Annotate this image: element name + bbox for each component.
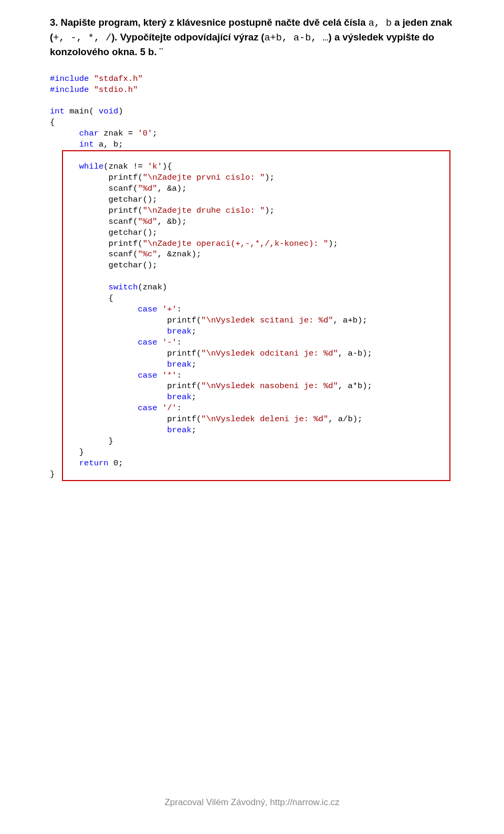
code-text: , a/b); — [328, 414, 362, 424]
code-char: '0' — [138, 129, 152, 138]
code-text: : — [177, 338, 182, 347]
code-text: , &a); — [158, 184, 187, 193]
code-keyword: break — [50, 360, 192, 369]
code-text: printf( — [50, 316, 201, 325]
code-text: printf( — [50, 239, 143, 248]
code-text: scanf( — [50, 249, 138, 259]
code-text: ); — [265, 173, 275, 182]
code-text: znak = — [99, 129, 138, 138]
code-text: printf( — [50, 206, 143, 215]
code-text: printf( — [50, 414, 201, 424]
code-keyword: case — [50, 338, 158, 347]
code-text: printf( — [50, 381, 201, 391]
code-text: ); — [328, 239, 338, 248]
code-text: ; — [192, 360, 196, 369]
task-ops: +, -, *, / — [53, 33, 111, 44]
code-keyword: break — [50, 392, 192, 402]
code-string: "%c" — [138, 249, 157, 259]
code-string: "\nZadejte druhe cislo: " — [143, 206, 265, 215]
code-text: getchar(); — [50, 228, 158, 237]
code-text: , a+b); — [333, 316, 368, 325]
code-text: ; — [192, 327, 196, 336]
page-footer: Zpracoval Vilém Závodný, http://narrow.i… — [0, 797, 504, 808]
code-keyword: #include — [50, 74, 89, 84]
code-keyword: case — [50, 305, 158, 314]
code-text: main( — [65, 107, 99, 116]
code-text: ); — [265, 206, 275, 215]
code-text: ; — [152, 129, 157, 138]
code-text: printf( — [50, 349, 201, 358]
code-string: "\nZadejte prvni cislo: " — [143, 173, 265, 182]
code-string: "\nZadejte operaci(+,-,*,/,k-konec): " — [143, 239, 328, 248]
code-text: , a*b); — [338, 381, 372, 391]
code-string: "\nVysledek deleni je: %d" — [201, 414, 328, 424]
code-keyword: #include — [50, 85, 89, 95]
task-text-3: ). Vypočítejte odpovídající výraz ( — [111, 32, 264, 43]
code-brace: } — [50, 470, 55, 479]
code-text: , &b); — [158, 217, 187, 226]
code-block: #include "stdafx.h" #include "stdio.h" i… — [50, 74, 454, 480]
code-string: "stdio.h" — [89, 85, 138, 95]
code-string: "stdafx.h" — [89, 74, 142, 84]
code-keyword: case — [50, 371, 158, 380]
code-keyword: char — [50, 129, 99, 138]
code-brace: } — [50, 436, 113, 446]
task-text-1: 3. Napište program, který z klávesnice p… — [50, 17, 369, 28]
code-text: , &znak); — [158, 249, 202, 259]
code-text: ){ — [162, 162, 172, 171]
code-string: "\nVysledek odcitani je: %d" — [201, 349, 338, 358]
code-text: 0; — [109, 458, 123, 468]
code-keyword: while — [50, 162, 103, 171]
code-keyword: switch — [50, 283, 138, 292]
task-points: 5 b. — [138, 46, 157, 57]
code-text: getchar(); — [50, 195, 158, 204]
code-text: , a-b); — [338, 349, 372, 358]
task-ab: a, b — [369, 18, 392, 29]
code-keyword: int — [50, 107, 65, 116]
code-text: scanf( — [50, 217, 138, 226]
code-char: '/' — [158, 403, 177, 413]
code-text: (znak != — [103, 162, 148, 171]
code-char: '*' — [158, 371, 177, 380]
code-string: "\nVysledek scitani je: %d" — [201, 316, 333, 325]
code-brace: { — [50, 294, 113, 303]
code-text: : — [177, 305, 182, 314]
code-string: "%d" — [138, 217, 157, 226]
code-string: "\nVysledek nasobeni je: %d" — [201, 381, 338, 391]
code-text: a, b; — [94, 140, 123, 149]
code-brace: } — [50, 447, 84, 457]
code-text: scanf( — [50, 184, 138, 193]
code-text: ; — [192, 392, 196, 402]
code-string: "%d" — [138, 184, 157, 193]
code-text: ) — [118, 107, 123, 116]
code-text: : — [177, 403, 182, 413]
task-description: 3. Napište program, který z klávesnice p… — [50, 16, 454, 59]
code-char: '+' — [158, 305, 177, 314]
code-text: (znak) — [138, 283, 167, 292]
code-keyword: int — [50, 140, 94, 149]
code-keyword: break — [50, 327, 192, 336]
code-keyword: return — [50, 458, 109, 468]
code-char: '-' — [158, 338, 177, 347]
code-text: : — [177, 371, 182, 380]
code-keyword: break — [50, 425, 192, 435]
code-text: printf( — [50, 173, 143, 182]
task-exprs: a+b, a-b, … — [264, 33, 328, 44]
code-keyword: void — [99, 107, 118, 116]
code-text: ; — [192, 425, 196, 435]
code-char: 'k' — [148, 162, 162, 171]
code-text: getchar(); — [50, 260, 158, 270]
code-brace: { — [50, 118, 55, 127]
code-keyword: case — [50, 403, 158, 413]
